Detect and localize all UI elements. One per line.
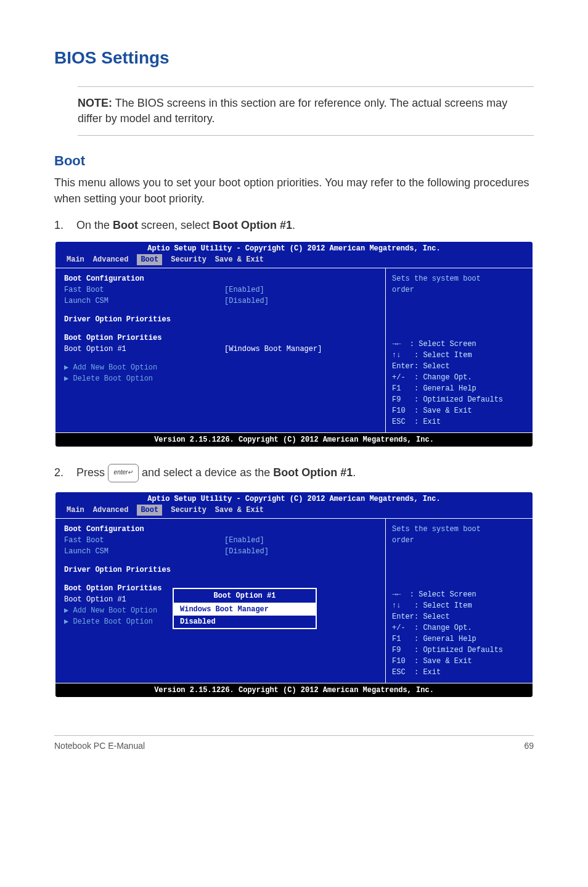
bios2-k5: F1 : General Help bbox=[392, 633, 526, 645]
bios1-tab-main: Main bbox=[67, 254, 84, 265]
bios1-fast-boot-val: [Enabled] bbox=[224, 284, 264, 295]
intro-text: This menu allows you to set your boot op… bbox=[54, 175, 534, 206]
bios2-k7: F10 : Save & Exit bbox=[392, 656, 526, 667]
bios-screenshot-1: Aptio Setup Utility - Copyright (C) 2012… bbox=[54, 241, 534, 448]
bios2-popup-title: Boot Option #1 bbox=[174, 589, 316, 603]
bios1-right-pane: Sets the system boot order →← : Select S… bbox=[385, 268, 533, 432]
bios1-driver-prio: Driver Option Priorities bbox=[64, 314, 377, 325]
step-2-number: 2. bbox=[54, 466, 65, 479]
bios2-k1: →← : Select Screen bbox=[392, 589, 526, 600]
step-1-bold-boot: Boot bbox=[113, 219, 138, 231]
step-2-text-b: and select a device as the bbox=[142, 466, 273, 479]
bios2-tab-saveexit: Save & Exit bbox=[215, 505, 264, 516]
step-1: 1. On the Boot screen, select Boot Optio… bbox=[54, 219, 534, 232]
bios1-add-new: ▶ Add New Boot Option bbox=[64, 362, 377, 373]
bios2-driver-prio: Driver Option Priorities bbox=[64, 564, 377, 576]
bios2-tab-security: Security bbox=[171, 505, 206, 516]
bios2-k3: Enter: Select bbox=[392, 611, 526, 622]
bios1-k6: F9 : Optimized Defaults bbox=[392, 394, 526, 405]
bios1-boot-prio: Boot Option Priorities bbox=[64, 332, 377, 344]
bios2-popup: Boot Option #1 Windows Boot Manager Disa… bbox=[173, 588, 317, 629]
bios2-popup-opt2: Disabled bbox=[174, 616, 316, 628]
bios2-fast-boot: Fast Boot bbox=[64, 535, 224, 546]
bios1-del-arrow-icon: ▶ bbox=[64, 374, 68, 383]
bios1-header: Aptio Setup Utility - Copyright (C) 2012… bbox=[55, 242, 533, 254]
bios2-launch-csm-val: [Disabled] bbox=[224, 546, 269, 557]
bios2-del-arrow-icon: ▶ bbox=[64, 617, 68, 626]
bios2-add-arrow-icon: ▶ bbox=[64, 606, 68, 615]
bios2-footer: Version 2.15.1226. Copyright (C) 2012 Am… bbox=[55, 683, 533, 697]
bios2-k4: +/- : Change Opt. bbox=[392, 622, 526, 633]
bios2-left-pane: Boot Configuration Fast Boot [Enabled] L… bbox=[55, 519, 385, 683]
bios2-tab-advanced: Advanced bbox=[93, 505, 129, 516]
bios1-help: Sets the system boot order bbox=[392, 273, 526, 295]
bios1-boot-opt1-val: [Windows Boot Manager] bbox=[224, 344, 322, 355]
bios2-right-pane: Sets the system boot order →← : Select S… bbox=[385, 519, 533, 683]
bios2-tabs: Main Advanced Boot Security Save & Exit bbox=[55, 505, 533, 518]
bios1-k5: F1 : General Help bbox=[392, 383, 526, 394]
bios1-launch-csm: Launch CSM bbox=[64, 295, 224, 307]
bios1-fast-boot: Fast Boot bbox=[64, 284, 224, 295]
bios2-launch-csm: Launch CSM bbox=[64, 546, 224, 557]
bios1-boot-conf: Boot Configuration bbox=[64, 273, 377, 284]
section-heading-boot: Boot bbox=[54, 153, 534, 169]
bios1-k2: ↑↓ : Select Item bbox=[392, 350, 526, 361]
bios-screenshot-2: Aptio Setup Utility - Copyright (C) 2012… bbox=[54, 491, 534, 698]
bios1-boot-opt1: Boot Option #1 bbox=[64, 344, 224, 355]
page-title: BIOS Settings bbox=[54, 48, 534, 68]
bios1-left-pane: Boot Configuration Fast Boot [Enabled] L… bbox=[55, 268, 385, 432]
bios1-footer: Version 2.15.1226. Copyright (C) 2012 Am… bbox=[55, 433, 533, 447]
step-1-number: 1. bbox=[54, 219, 65, 232]
footer-left: Notebook PC E-Manual bbox=[54, 741, 145, 751]
page-footer: Notebook PC E-Manual 69 bbox=[54, 735, 534, 751]
bios2-k8: ESC : Exit bbox=[392, 667, 526, 678]
bios1-k4: +/- : Change Opt. bbox=[392, 372, 526, 383]
note-label: NOTE: bbox=[78, 97, 112, 109]
step-1-text-c: screen, select bbox=[138, 219, 213, 231]
bios2-fast-boot-val: [Enabled] bbox=[224, 535, 264, 546]
bios1-tabs: Main Advanced Boot Security Save & Exit bbox=[55, 254, 533, 268]
bios1-k7: F10 : Save & Exit bbox=[392, 405, 526, 416]
bios1-launch-csm-val: [Disabled] bbox=[224, 295, 269, 307]
note-box: NOTE: The BIOS screens in this section a… bbox=[78, 86, 534, 136]
bios2-k2: ↑↓ : Select Item bbox=[392, 600, 526, 611]
bios1-k8: ESC : Exit bbox=[392, 416, 526, 427]
footer-pagenum: 69 bbox=[524, 741, 534, 751]
bios2-popup-opt1: Windows Boot Manager bbox=[174, 603, 316, 616]
step-2: 2. Press enter↵ and select a device as t… bbox=[54, 464, 534, 482]
step-2-text-d: . bbox=[353, 466, 356, 479]
step-2-bold: Boot Option #1 bbox=[273, 466, 353, 479]
bios2-tab-main: Main bbox=[67, 505, 84, 516]
bios1-k1: →← : Select Screen bbox=[392, 339, 526, 350]
enter-key-icon: enter↵ bbox=[108, 464, 139, 482]
step-2-text-a: Press bbox=[76, 466, 108, 479]
bios1-delete: ▶ Delete Boot Option bbox=[64, 373, 377, 384]
bios1-tab-security: Security bbox=[171, 254, 206, 265]
bios2-header: Aptio Setup Utility - Copyright (C) 2012… bbox=[55, 492, 533, 505]
bios2-help: Sets the system boot order bbox=[392, 524, 526, 546]
step-1-text-e: . bbox=[292, 219, 295, 231]
bios2-boot-conf: Boot Configuration bbox=[64, 524, 377, 535]
bios2-tab-boot: Boot bbox=[137, 505, 162, 516]
bios1-tab-advanced: Advanced bbox=[93, 254, 129, 265]
bios1-tab-boot: Boot bbox=[137, 254, 162, 265]
bios2-k6: F9 : Optimized Defaults bbox=[392, 645, 526, 656]
bios1-add-arrow-icon: ▶ bbox=[64, 363, 68, 372]
bios1-k3: Enter: Select bbox=[392, 361, 526, 372]
step-1-bold-option: Boot Option #1 bbox=[213, 219, 292, 231]
bios1-tab-saveexit: Save & Exit bbox=[215, 254, 264, 265]
note-text: The BIOS screens in this section are for… bbox=[78, 97, 507, 125]
step-1-text-a: On the bbox=[76, 219, 113, 231]
